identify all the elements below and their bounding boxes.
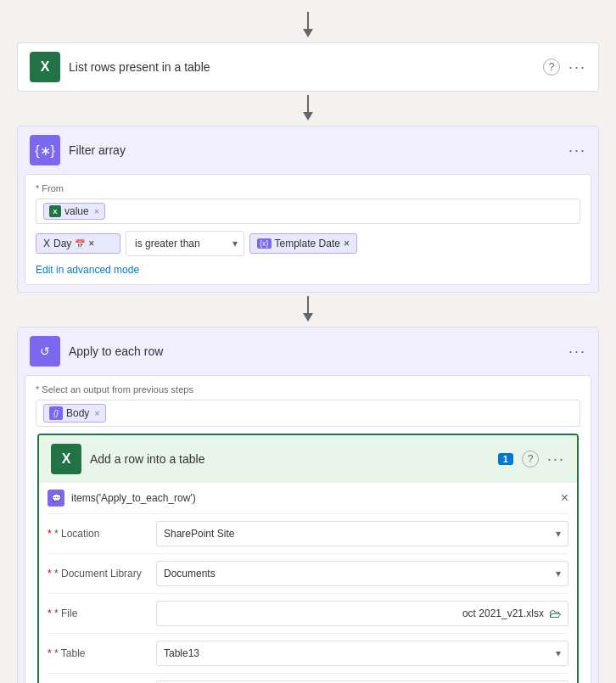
top-arrow [17, 8, 599, 42]
filter-array-card: {∗} Filter array ··· * From X value × X … [17, 126, 599, 293]
value-token-close[interactable]: × [94, 206, 99, 216]
from-label: * From [36, 183, 580, 193]
body-token-close[interactable]: × [94, 408, 99, 418]
body-token: {} Body × [43, 404, 106, 423]
svg-marker-5 [303, 313, 313, 322]
add-row-actions: 1 ? ··· [498, 451, 565, 468]
apply-icon: ↺ [30, 336, 60, 367]
template-date-token[interactable]: {x} Template Date × [249, 233, 357, 254]
condition-row: X Day 📅 × is greater than is less than i… [36, 231, 580, 256]
filter-array-actions: ··· [568, 142, 586, 160]
add-row-body: 💬 items('Apply_to_each_row') × * * Locat… [39, 483, 577, 683]
add-row-title: Add a row into a table [90, 452, 490, 466]
filter-array-header: {∗} Filter array ··· [18, 126, 598, 174]
filter-array-more-icon[interactable]: ··· [568, 142, 586, 160]
apply-each-actions: ··· [568, 343, 586, 361]
list-rows-title: List rows present in a table [69, 60, 535, 74]
output-label: * Select an output from previous steps [36, 384, 580, 395]
items-apply-row: 💬 items('Apply_to_each_row') × [48, 483, 568, 514]
table-label: * * Table [48, 647, 149, 659]
output-token-input[interactable]: {} Body × [36, 400, 580, 427]
list-rows-actions: ? ··· [543, 59, 586, 76]
file-row: * * File oct 2021_v21.xlsx 🗁 [48, 594, 568, 634]
apply-each-body: * Select an output from previous steps {… [18, 375, 598, 683]
filter-icon: {∗} [30, 135, 60, 165]
operator-select[interactable]: is greater than is less than is equal to… [126, 231, 244, 256]
location-dropdown-arrow: ▾ [556, 528, 561, 540]
doc-library-dropdown-arrow: ▾ [556, 568, 561, 579]
list-rows-help-icon[interactable]: ? [543, 59, 560, 76]
operator-select-wrapper[interactable]: is greater than is less than is equal to… [126, 231, 244, 256]
doc-library-dropdown[interactable]: Documents ▾ [156, 561, 568, 586]
day-row: Day fx formatDateTim... × [48, 674, 568, 683]
filter-array-body: * From X value × X Day 📅 × is greater th… [25, 174, 591, 285]
table-dropdown[interactable]: Table13 ▾ [156, 641, 568, 666]
add-row-more-icon[interactable]: ··· [547, 451, 565, 468]
from-input[interactable]: X value × [36, 199, 580, 224]
file-input[interactable]: oct 2021_v21.xlsx 🗁 [156, 601, 568, 626]
items-close-btn[interactable]: × [561, 490, 568, 506]
doc-library-row: * * Document Library Documents ▾ [48, 554, 568, 594]
add-row-badge: 1 [498, 453, 513, 465]
value-token: X value × [43, 203, 105, 220]
file-label: * * File [48, 607, 149, 619]
apply-each-card: ↺ Apply to each row ··· * Select an outp… [17, 327, 599, 683]
apply-each-title: Apply to each row [69, 344, 560, 358]
list-rows-more-icon[interactable]: ··· [568, 59, 586, 76]
advanced-mode-link[interactable]: Edit in advanced mode [36, 264, 139, 276]
day-excel-icon: X [43, 238, 50, 249]
add-row-excel-icon: X [51, 444, 81, 474]
excel-icon: X [30, 52, 60, 82]
day-calendar-icon: 📅 [75, 239, 85, 249]
filter-array-title: Filter array [69, 143, 560, 157]
table-dropdown-arrow: ▾ [556, 647, 561, 659]
apply-each-inner: * Select an output from previous steps {… [25, 375, 591, 683]
items-text: items('Apply_to_each_row') [71, 492, 554, 504]
add-row-card: X Add a row into a table 1 ? ··· 💬 [37, 434, 579, 683]
items-chat-icon: 💬 [48, 490, 64, 507]
location-row: * * Location SharePoint Site ▾ [48, 514, 568, 554]
template-date-fx-icon: {x} [257, 238, 272, 249]
svg-marker-3 [303, 112, 313, 120]
file-browse-icon[interactable]: 🗁 [549, 607, 561, 620]
body-token-icon: {} [49, 406, 63, 420]
svg-marker-1 [303, 29, 313, 37]
add-row-help-icon[interactable]: ? [522, 451, 539, 467]
doc-library-label: * * Document Library [48, 568, 149, 579]
day-label: Day [53, 238, 71, 249]
list-rows-card: X List rows present in a table ? ··· [17, 42, 599, 92]
apply-each-header: ↺ Apply to each row ··· [18, 328, 598, 375]
template-date-label: Template Date [275, 238, 340, 249]
arrow-2 [17, 293, 599, 327]
token-excel-icon: X [49, 205, 61, 217]
location-label: * * Location [48, 528, 149, 540]
add-row-header: X Add a row into a table 1 ? ··· [39, 435, 577, 483]
location-dropdown[interactable]: SharePoint Site ▾ [156, 521, 568, 546]
day-condition-token[interactable]: X Day 📅 × [36, 233, 120, 254]
table-row: * * Table Table13 ▾ [48, 634, 568, 674]
arrow-1 [17, 92, 599, 126]
day-token-close[interactable]: × [88, 238, 94, 249]
apply-each-more-icon[interactable]: ··· [568, 343, 586, 361]
template-date-close[interactable]: × [344, 238, 350, 249]
